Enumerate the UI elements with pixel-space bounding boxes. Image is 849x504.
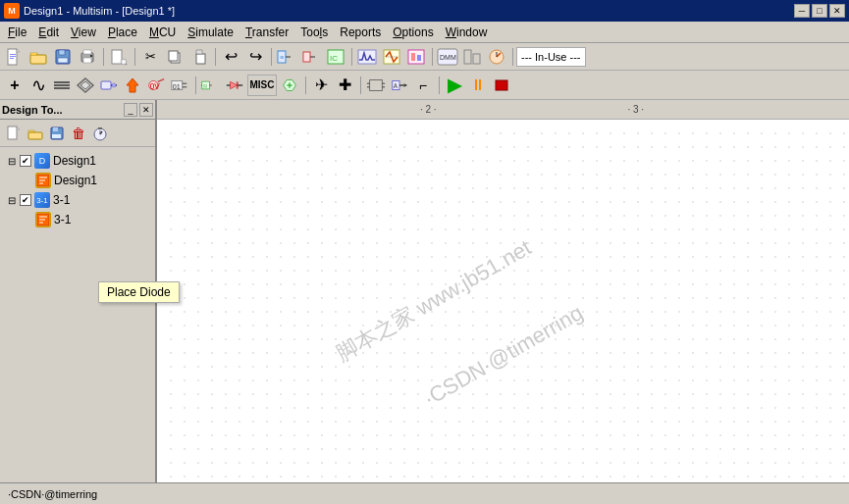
undo-button[interactable]: ↩ [219, 45, 242, 69]
svg-marker-1 [17, 49, 20, 52]
multimeter-btn[interactable]: DMM [436, 45, 459, 69]
place-power[interactable] [122, 75, 143, 96]
place-net-flag[interactable]: ✈ [310, 75, 332, 96]
copy-button[interactable] [163, 45, 186, 69]
menu-bar: File Edit View Place MCU Simulate Transf… [0, 22, 849, 43]
open-button[interactable] [27, 45, 50, 69]
scope-btn1[interactable] [355, 45, 379, 69]
tree-expand-s2 [24, 215, 33, 226]
sim-pause-button[interactable]: ⏸ [467, 75, 489, 96]
place-basic[interactable]: R [200, 75, 222, 96]
menu-edit[interactable]: Edit [32, 24, 65, 41]
toolbox-close-button[interactable]: ✕ [139, 103, 153, 117]
svg-rect-20 [169, 51, 178, 61]
svg-rect-39 [473, 54, 480, 64]
tree-item-schematic-3-1[interactable]: 3-1 [4, 210, 151, 229]
tree-expand-design1: ⊟ [8, 156, 18, 167]
place-bus-entry[interactable]: A [389, 75, 410, 96]
place-digital-power[interactable]: 01 [169, 75, 190, 96]
tree-checkbox-design1[interactable]: ✔ [20, 155, 31, 167]
cut-button[interactable]: ✂ [138, 45, 162, 69]
svg-rect-26 [303, 52, 310, 62]
svg-rect-12 [83, 50, 91, 54]
menu-view[interactable]: View [65, 24, 102, 41]
menu-tools[interactable]: Tools [294, 24, 334, 41]
svg-rect-86 [52, 134, 61, 138]
menu-transfer[interactable]: Transfer [239, 24, 294, 41]
place-hierarchical[interactable] [75, 75, 96, 96]
svg-point-17 [123, 60, 126, 63]
toolbox-open[interactable] [26, 124, 45, 143]
toolbox-controls: _ ✕ [124, 103, 153, 117]
minimize-button[interactable]: ─ [794, 4, 810, 18]
comp-btn3[interactable]: IC [324, 45, 347, 69]
menu-window[interactable]: Window [440, 24, 494, 41]
place-net-cross[interactable]: ✚ [334, 75, 355, 96]
svg-rect-90 [98, 127, 102, 129]
svg-rect-7 [31, 53, 36, 55]
svg-marker-78 [404, 83, 408, 87]
tree-icon-3-1: 3-1 [34, 192, 50, 208]
menu-mcu[interactable]: MCU [143, 24, 182, 41]
close-button[interactable]: ✕ [829, 4, 845, 18]
place-ground[interactable]: 0V [145, 75, 167, 96]
print-preview-button[interactable] [107, 45, 131, 69]
menu-simulate[interactable]: Simulate [182, 24, 239, 41]
svg-text:R: R [203, 83, 207, 89]
place-diode-btn[interactable] [224, 75, 245, 96]
svg-rect-48 [101, 81, 111, 89]
analysis-btn2[interactable] [485, 45, 508, 69]
svg-rect-70 [370, 79, 383, 90]
tree-item-schematic1[interactable]: Design1 [4, 171, 151, 190]
maximize-button[interactable]: □ [812, 4, 827, 18]
toolbox-clock[interactable] [90, 124, 110, 143]
canvas-area[interactable]: · 2 · · 3 · 脚本之家 www.jb51.net ·CSDN·@tim… [157, 100, 849, 482]
scope-btn3[interactable] [404, 45, 428, 69]
in-use-label: --- In-Use --- [516, 47, 586, 67]
redo-button[interactable]: ↪ [243, 45, 267, 69]
menu-reports[interactable]: Reports [334, 24, 387, 41]
sim-stop-button[interactable] [491, 75, 512, 96]
place-ic[interactable] [365, 75, 387, 96]
toolbox-new[interactable] [4, 124, 24, 143]
place-connector[interactable] [98, 75, 120, 96]
svg-rect-21 [196, 54, 205, 64]
svg-rect-34 [411, 53, 415, 61]
place-junction[interactable]: + [4, 75, 26, 96]
toolbox-minimize-button[interactable]: _ [124, 103, 137, 117]
menu-file[interactable]: File [2, 24, 32, 41]
app-icon: M [4, 3, 20, 19]
svg-text:01: 01 [173, 81, 181, 90]
main-area: Design To... _ ✕ Place Diode 🗑 [0, 100, 849, 482]
svg-rect-3 [10, 56, 16, 57]
toolbox-delete[interactable]: 🗑 [69, 124, 88, 143]
tree-item-design1[interactable]: ⊟ ✔ D Design1 [4, 151, 151, 171]
dot-grid-canvas [157, 120, 849, 482]
svg-rect-14 [90, 55, 92, 57]
comp-btn2[interactable] [299, 45, 323, 69]
place-bus[interactable] [51, 75, 73, 96]
svg-rect-35 [417, 55, 421, 61]
tree-checkbox-3-1[interactable]: ✔ [20, 194, 31, 206]
new-button[interactable] [2, 45, 26, 69]
tree-label-s1: Design1 [54, 174, 97, 187]
place-text[interactable]: ⌐ [412, 75, 434, 96]
analysis-btn1[interactable] [460, 45, 484, 69]
tree-item-3-1[interactable]: ⊟ ✔ 3-1 3-1 [4, 190, 151, 210]
print-button[interactable] [76, 45, 99, 69]
place-wire[interactable]: ∿ [27, 75, 49, 96]
misc-label[interactable]: MISC [247, 75, 277, 96]
place-probe[interactable] [279, 75, 300, 96]
toolbox-save[interactable] [47, 124, 67, 143]
menu-place[interactable]: Place [102, 24, 143, 41]
paste-button[interactable] [187, 45, 211, 69]
canvas-content[interactable]: 脚本之家 www.jb51.net ·CSDN·@timerring [157, 120, 849, 482]
ruler-mark-2: · 2 · [420, 104, 437, 115]
menu-options[interactable]: Options [387, 24, 439, 41]
scope-btn2[interactable] [380, 45, 403, 69]
svg-rect-2 [10, 54, 16, 55]
comp-btn1[interactable]: ≡ [275, 45, 298, 69]
sim-play-button[interactable]: ▶ [444, 75, 465, 96]
save-button[interactable] [51, 45, 75, 69]
status-bar: ·CSDN·@timerring [0, 482, 849, 504]
